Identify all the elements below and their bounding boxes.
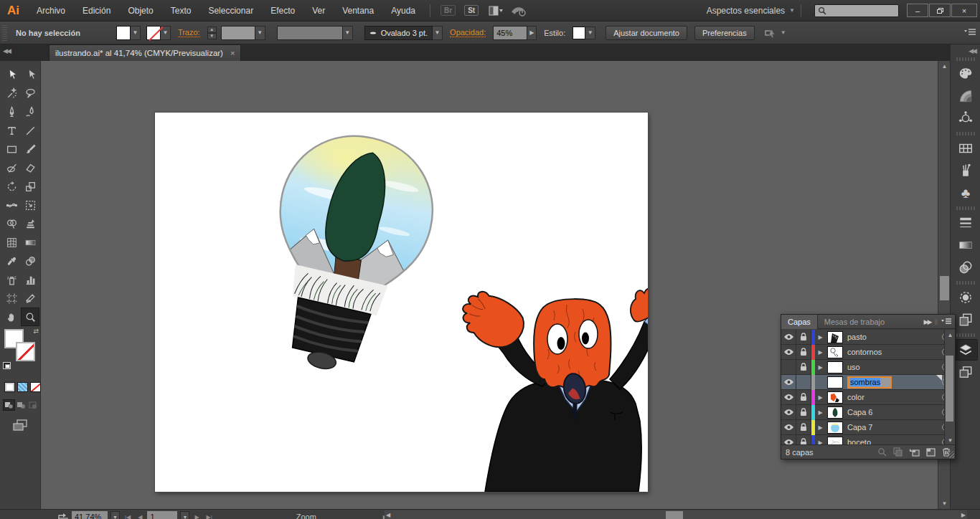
expand-arrow-icon[interactable]: ▶ <box>815 349 826 356</box>
first-artboard-icon[interactable]: |◀ <box>123 514 133 519</box>
layer-name[interactable]: Capa 7 <box>847 423 872 432</box>
new-layer-icon[interactable] <box>926 447 936 457</box>
eraser-tool[interactable] <box>21 158 39 177</box>
draw-normal-icon[interactable] <box>3 399 15 411</box>
graphic-style-dropdown[interactable]: ▼ <box>573 27 595 39</box>
expand-arrow-icon[interactable]: ▶ <box>815 409 826 416</box>
close-button[interactable]: × <box>951 4 977 17</box>
restore-button[interactable] <box>929 4 951 17</box>
pencil-tool[interactable] <box>21 103 39 121</box>
new-sublayer-icon[interactable] <box>909 447 920 457</box>
paintbrush-tool[interactable] <box>21 140 39 158</box>
layer-row-capa-7[interactable]: ▶Capa 7 <box>781 420 955 435</box>
zoom-tool[interactable] <box>21 308 39 326</box>
layer-name[interactable]: contornos <box>847 348 882 356</box>
lock-icon[interactable] <box>796 405 811 420</box>
stock-button[interactable]: St <box>464 5 479 16</box>
menu-efecto[interactable]: Efecto <box>262 0 303 22</box>
blob-brush-tool[interactable] <box>2 158 21 177</box>
layer-name[interactable]: pasto <box>847 333 867 341</box>
symbol-sprayer-tool[interactable] <box>2 270 21 289</box>
expand-arrow-icon[interactable]: ▶ <box>815 394 826 401</box>
next-artboard-icon[interactable]: ▶ <box>192 514 201 519</box>
swatches-icon[interactable] <box>953 138 978 159</box>
opacity-value[interactable]: 45% <box>493 26 527 40</box>
layer-thumbnail[interactable] <box>827 346 843 358</box>
collapse-panel-icon[interactable]: ▶▶ <box>924 318 931 325</box>
fill-stroke-control[interactable]: ⇄ <box>3 328 39 368</box>
gradient-button[interactable] <box>17 382 28 392</box>
layer-row-sombras[interactable]: sombras <box>781 375 955 390</box>
fill-swatch[interactable] <box>116 26 131 40</box>
brush-definition-dropdown[interactable]: Ovalado 3 pt. ▼ <box>359 26 443 40</box>
layer-name-edit-field[interactable]: sombras <box>847 376 892 389</box>
horizontal-scrollbar[interactable]: ◀ ▶ <box>385 510 967 519</box>
type-tool[interactable] <box>2 121 21 140</box>
color-icon[interactable] <box>953 63 978 85</box>
expand-arrow-icon[interactable]: ▶ <box>815 364 826 371</box>
document-tab[interactable]: ilustrando.ai* al 41,74% (CMYK/Previsual… <box>49 44 241 61</box>
pen-tool[interactable] <box>2 103 21 121</box>
appearance-icon[interactable] <box>953 287 978 308</box>
lasso-tool[interactable] <box>21 84 39 103</box>
chevron-down-icon[interactable]: ▼ <box>131 26 141 40</box>
chevron-down-icon[interactable]: ▼ <box>110 511 120 519</box>
stroke-icon[interactable] <box>953 212 978 234</box>
screen-mode-button[interactable] <box>13 419 27 431</box>
rectangle-tool[interactable] <box>2 140 21 158</box>
expand-panels-icon[interactable]: ◀◀ <box>969 47 976 54</box>
layer-name[interactable]: Capa 6 <box>847 408 872 416</box>
menu-ventana[interactable]: Ventana <box>334 0 382 22</box>
visibility-eye-icon[interactable] <box>781 420 796 435</box>
layers-scroll-thumb[interactable] <box>946 356 953 422</box>
scale-tool[interactable] <box>21 177 39 196</box>
close-tab-icon[interactable]: × <box>230 49 235 57</box>
default-fill-stroke-icon[interactable] <box>3 362 11 369</box>
menu-ayuda[interactable]: Ayuda <box>382 0 424 22</box>
rotate-tool[interactable] <box>2 177 21 196</box>
lock-icon[interactable] <box>796 360 811 375</box>
menu-ver[interactable]: Ver <box>303 0 334 22</box>
stroke-color-swatch[interactable] <box>16 342 35 361</box>
column-graph-tool[interactable] <box>21 270 39 289</box>
layer-thumbnail[interactable] <box>827 422 843 434</box>
scroll-right-icon[interactable]: ▶ <box>961 510 966 519</box>
swap-fill-stroke-icon[interactable]: ⇄ <box>33 328 39 335</box>
layer-row-contornos[interactable]: ▶contornos <box>781 345 955 360</box>
width-profile-dropdown[interactable]: ▼ <box>271 26 353 40</box>
panel-resize-grip[interactable] <box>947 451 954 458</box>
opacity-link[interactable]: Opacidad: <box>450 28 486 37</box>
gradient-icon[interactable] <box>953 234 978 256</box>
layer-thumbnail[interactable] <box>827 391 843 404</box>
shape-builder-tool[interactable] <box>2 214 21 233</box>
clipping-mask-icon[interactable] <box>893 447 903 457</box>
expand-arrow-icon[interactable]: ▶ <box>815 424 826 431</box>
width-tool[interactable] <box>2 196 21 214</box>
symbols-icon[interactable]: ♣ <box>953 182 978 204</box>
graphic-styles-icon[interactable] <box>953 309 978 330</box>
menu-texto[interactable]: Texto <box>162 0 200 22</box>
mesh-tool[interactable] <box>2 233 21 252</box>
color-button[interactable] <box>4 382 15 392</box>
lock-icon[interactable] <box>796 375 811 390</box>
visibility-eye-icon[interactable] <box>781 345 796 360</box>
visibility-eye-icon[interactable] <box>781 390 796 405</box>
artboard-number-field[interactable]: 1 <box>147 511 177 519</box>
scroll-down-icon[interactable]: ▼ <box>938 498 951 509</box>
layer-thumbnail[interactable] <box>827 376 843 389</box>
prev-artboard-icon[interactable]: ◀ <box>136 514 144 519</box>
layer-name[interactable]: uso <box>847 363 860 371</box>
slice-tool[interactable] <box>21 289 39 308</box>
blend-tool[interactable] <box>21 252 39 270</box>
preferences-button[interactable]: Preferencias <box>694 26 755 40</box>
chevron-down-icon[interactable]: ▼ <box>585 27 595 39</box>
artboard-tool[interactable] <box>2 289 21 308</box>
lock-icon[interactable] <box>796 330 811 345</box>
magic-wand-tool[interactable] <box>2 84 21 103</box>
collapse-panels-icon[interactable]: ◀◀ <box>3 47 10 54</box>
layer-row-pasto[interactable]: ▶pasto <box>781 330 955 345</box>
bridge-button[interactable]: Br <box>440 5 456 16</box>
layers-scrollbar[interactable]: ▲ ▼ <box>944 330 955 446</box>
lock-icon[interactable] <box>796 345 811 360</box>
minimize-button[interactable]: – <box>907 4 928 17</box>
